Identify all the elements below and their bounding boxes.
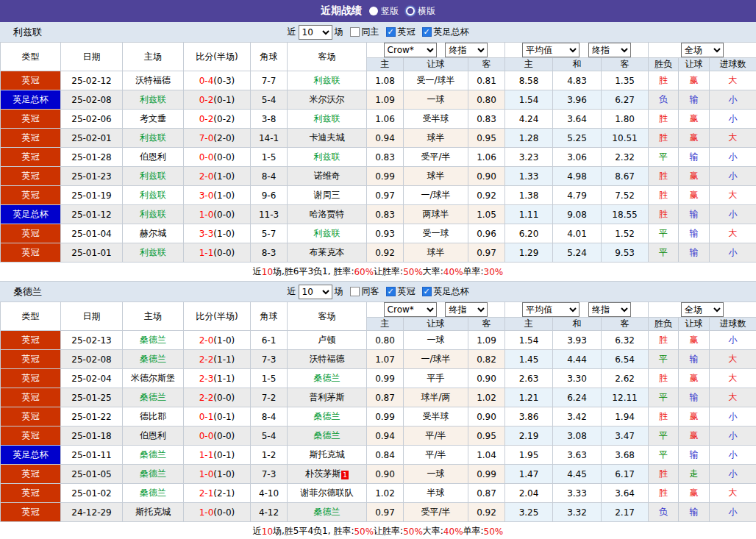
cup-checkbox[interactable] (422, 287, 432, 296)
result-goals: 小 (710, 167, 756, 186)
matches-table: 类型 日期 主场 比分(半场) 角球 客场 Crow* 终指 平均值 终指 全场 (0, 42, 756, 263)
scope-select[interactable]: 全场 (681, 302, 724, 317)
avg-draw-odds: 4.83 (553, 71, 602, 90)
score-halftime: 1-0(0-0) (184, 503, 251, 522)
league-checkbox[interactable] (386, 287, 396, 296)
match-type-badge: 英冠 (1, 110, 61, 129)
avg-home-odds: 3.25 (505, 503, 553, 522)
odds-company-select[interactable]: Crow* (384, 43, 437, 57)
odds-company-select[interactable]: Crow* (384, 302, 437, 317)
handicap-away-odds: 1.02 (468, 388, 505, 407)
avg-away-odds: 6.54 (602, 350, 649, 369)
score-halftime: 0-4(0-3) (184, 71, 251, 90)
same-venue-checkbox[interactable] (350, 287, 360, 296)
avg-away-odds: 6.32 (602, 331, 649, 350)
away-team: 利兹联 (288, 110, 367, 129)
result-outcome: 胜 (649, 331, 679, 350)
table-row: 英足总杯25-01-11桑德兰1-1(0-1)1-2斯托克城0.84平/半1.0… (1, 446, 756, 465)
filter-controls: 近 10 场 同主 英冠 英足总杯 (288, 25, 469, 40)
avg-home-odds: 1.38 (505, 186, 553, 205)
cup-label: 英足总杯 (434, 26, 469, 38)
result-goals: 小 (710, 503, 756, 522)
match-type-badge: 英冠 (1, 503, 61, 522)
handicap-home-odds: 0.83 (367, 205, 404, 224)
match-type-badge: 英冠 (1, 167, 61, 186)
handicap-home-odds: 0.83 (367, 148, 404, 167)
same-venue-label: 同主 (362, 26, 379, 38)
avg-draw-odds: 3.08 (553, 426, 602, 446)
league-checkbox[interactable] (386, 27, 396, 37)
odds-time-select[interactable]: 终指 (445, 43, 488, 57)
radio-vertical-icon[interactable] (369, 7, 378, 15)
summary-segment: 50% (484, 526, 504, 537)
handicap-line: 平手 (404, 369, 468, 388)
corners: 11-3 (251, 205, 288, 224)
cup-checkbox[interactable] (422, 27, 432, 37)
handicap-line: 受一/球半 (404, 71, 468, 90)
avg-draw-odds: 4.01 (553, 224, 602, 243)
avg-away-odds: 9.53 (602, 243, 649, 263)
avg-home-odds: 2.63 (505, 369, 553, 388)
average-time-select[interactable]: 终指 (588, 302, 631, 317)
score-halftime: 3-3(1-0) (184, 224, 251, 243)
score-halftime: 1-0(1-0) (184, 465, 251, 484)
subcol-handicap-home: 主 (367, 58, 404, 71)
recent-count-select[interactable]: 10 (299, 25, 332, 40)
subcol-handicap-line: 让球 (404, 58, 468, 71)
handicap-line: 球半/两 (404, 388, 468, 407)
layout-option-horizontal[interactable]: 横版 (406, 5, 435, 18)
result-outcome: 胜 (649, 484, 679, 503)
col-date: 日期 (61, 43, 123, 71)
handicap-home-odds: 0.90 (367, 465, 404, 484)
subcol-avg-away: 客 (602, 318, 649, 331)
subcol-handicap-result: 让球 (679, 58, 710, 71)
handicap-line: 平/半 (404, 426, 468, 446)
same-venue-checkbox[interactable] (350, 27, 360, 37)
corners: 3-8 (251, 110, 288, 129)
match-date: 25-01-02 (61, 484, 123, 503)
avg-away-odds: 2.62 (602, 369, 649, 388)
average-select-group: 平均值 终指 (505, 302, 649, 318)
odds-time-select[interactable]: 终指 (445, 302, 488, 317)
result-goals: 小 (710, 426, 756, 446)
subcol-outcome: 胜负 (649, 318, 679, 331)
result-goals: 小 (710, 331, 756, 350)
result-handicap: 赢 (679, 167, 710, 186)
cup-label: 英足总杯 (434, 285, 469, 298)
score-halftime: 2-2(1-1) (184, 350, 251, 369)
home-team: 桑德兰 (123, 331, 184, 350)
handicap-home-odds: 0.97 (367, 503, 404, 522)
match-date: 25-01-01 (61, 243, 123, 263)
average-select[interactable]: 平均值 (522, 302, 580, 317)
corners: 1-5 (251, 369, 288, 388)
recent-count-select[interactable]: 10 (299, 285, 332, 299)
radio-horizontal-icon[interactable] (406, 7, 415, 15)
away-team: 桑德兰 (288, 426, 367, 446)
summary-row: 近10场,胜5平4负1, 胜率:50% 让胜率:50% 大率:40% 单率:50… (0, 522, 756, 539)
match-date: 24-12-29 (61, 503, 123, 522)
average-time-select[interactable]: 终指 (588, 43, 631, 57)
average-select[interactable]: 平均值 (522, 43, 580, 57)
away-team: 诺维奇 (288, 167, 367, 186)
away-team: 桑德兰 (288, 503, 367, 522)
result-handicap: 赢 (679, 484, 710, 503)
scope-select[interactable]: 全场 (681, 43, 724, 57)
table-row: 英冠25-01-02桑德兰2-1(2-1)4-10谢菲尔德联队1.02半球0.8… (1, 484, 756, 503)
handicap-line: 一球 (404, 465, 468, 484)
handicap-home-odds: 0.80 (367, 331, 404, 350)
col-corners: 角球 (251, 302, 288, 331)
avg-draw-odds: 9.08 (553, 205, 602, 224)
avg-draw-odds: 5.25 (553, 129, 602, 148)
away-team: 利兹联 (288, 224, 367, 243)
layout-option-vertical[interactable]: 竖版 (369, 5, 399, 18)
corners: 1-2 (251, 446, 288, 465)
result-handicap: 赢 (679, 129, 710, 148)
result-goals: 大 (710, 186, 756, 205)
away-team: 利兹联 (288, 148, 367, 167)
result-handicap: 输 (679, 503, 710, 522)
avg-draw-odds: 4.45 (553, 465, 602, 484)
subcol-avg-home: 主 (505, 58, 553, 71)
handicap-line: 球半 (404, 129, 468, 148)
handicap-line: 一球 (404, 331, 468, 350)
avg-home-odds: 1.95 (505, 446, 553, 465)
